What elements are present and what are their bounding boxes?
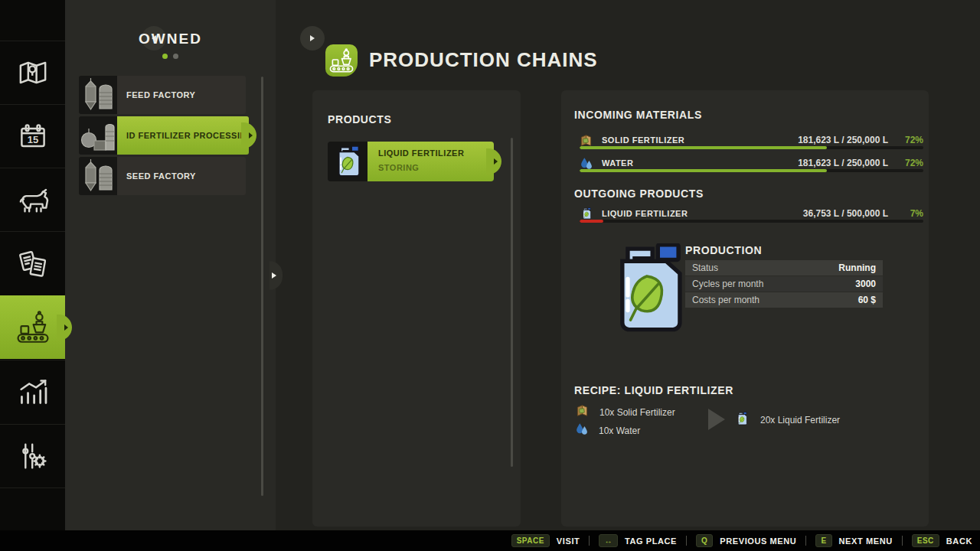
products-scrollbar[interactable]: [511, 138, 513, 467]
next-menu-action[interactable]: E NEXT MENU: [815, 534, 892, 547]
factory-list-item[interactable]: FEED FACTORY: [79, 76, 246, 114]
svg-text:15: 15: [27, 134, 38, 145]
tab-key: ↔: [599, 534, 618, 547]
factory-label: ID FERTILIZER PROCESSING FA: [117, 116, 249, 155]
silo-factory-thumb-icon: [79, 76, 117, 114]
next-page-button[interactable]: [300, 26, 325, 51]
products-panel: PRODUCTS LIQUID FERTILIZER STORING: [312, 90, 521, 527]
production-chains-icon: [16, 311, 50, 344]
factory-list: FEED FACTORY ID FERTILIZER PROCESSING FA…: [79, 76, 246, 197]
water-drops-icon: [580, 157, 593, 170]
row-value: 3000: [855, 279, 876, 289]
q-key: Q: [696, 534, 713, 547]
recipe-output-row: 20x Liquid Fertilizer: [736, 412, 840, 429]
row-label: Cycles per month: [692, 279, 855, 289]
products-heading: PRODUCTS: [328, 113, 391, 126]
production-chains-header-icon: [325, 44, 358, 77]
material-amount: 36,753 L / 500,000 L: [803, 208, 888, 219]
row-label: Costs per month: [692, 295, 858, 305]
sidebar-item-map[interactable]: [0, 41, 65, 104]
water-drops-icon: [576, 422, 588, 439]
progress-fill: [580, 146, 827, 149]
production-heading: PRODUCTION: [685, 244, 762, 256]
back-action[interactable]: ESC BACK: [912, 534, 972, 547]
visit-action[interactable]: SPACE VISIT: [511, 534, 580, 547]
factory-list-item-selected[interactable]: ID FERTILIZER PROCESSING FA: [79, 116, 249, 155]
statistics-icon: [17, 376, 49, 408]
fertilizer-bag-icon: [576, 404, 589, 420]
production-info-table: Status Running Cycles per month 3000 Cos…: [685, 260, 883, 308]
page-title: PRODUCTION CHAINS: [369, 48, 598, 72]
divider: [902, 536, 903, 546]
material-percent: 7%: [888, 208, 923, 219]
sidebar-item-production-chains[interactable]: [0, 295, 65, 359]
selected-item-notch: [241, 122, 256, 148]
divider: [805, 536, 806, 546]
product-body: LIQUID FERTILIZER STORING: [368, 142, 494, 181]
sidebar-item-calendar[interactable]: 15: [0, 104, 65, 168]
sidebar-item-statistics[interactable]: [0, 360, 65, 423]
production-chains-screen: 15: [0, 0, 980, 551]
factory-list-scrollbar[interactable]: [261, 77, 263, 496]
factory-label: FEED FACTORY: [117, 76, 246, 114]
material-name: LIQUID FERTILIZER: [602, 209, 803, 218]
main-menu-sidebar: 15: [0, 0, 65, 551]
material-row: LIQUID FERTILIZER 36,753 L / 500,000 L 7…: [580, 206, 923, 221]
product-name: LIQUID FERTILIZER: [378, 148, 494, 158]
material-percent: 72%: [888, 158, 923, 168]
sidebar-item-animals[interactable]: [0, 168, 65, 231]
animals-icon: [17, 184, 49, 216]
liquid-fertilizer-jug-icon: [736, 412, 748, 429]
e-key: E: [815, 534, 831, 547]
selected-tab-arrow-icon: [64, 324, 68, 331]
fertilizer-factory-thumb-icon: [79, 116, 117, 155]
page-dots: [65, 54, 276, 59]
arrow-right-icon: [494, 158, 498, 165]
factory-list-item[interactable]: SEED FACTORY: [79, 157, 246, 195]
progress-bar: [580, 146, 923, 149]
factory-label: SEED FACTORY: [117, 157, 246, 195]
esc-key: ESC: [912, 534, 939, 547]
table-row: Costs per month 60 $: [685, 292, 883, 308]
map-icon: [18, 57, 48, 88]
action-label: NEXT MENU: [839, 536, 893, 546]
recipe-arrow-icon: [708, 409, 725, 430]
material-name: SOLID FERTILIZER: [602, 135, 798, 145]
product-list-item-selected[interactable]: LIQUID FERTILIZER STORING: [328, 142, 494, 181]
action-label: TAG PLACE: [625, 536, 677, 546]
progress-bar: [580, 220, 923, 223]
settings-icon: [17, 440, 49, 472]
row-label: Status: [692, 262, 838, 273]
recipe-input-text: 10x Solid Fertilizer: [599, 407, 675, 418]
keybind-bottom-bar: SPACE VISIT ↔ TAG PLACE Q PREVIOUS MENU …: [0, 530, 980, 551]
panel-expand-handle[interactable]: [270, 261, 283, 290]
arrow-right-icon: [272, 272, 276, 279]
calendar-icon: 15: [18, 121, 48, 152]
liquid-fertilizer-jug-icon: [580, 207, 593, 220]
action-label: VISIT: [557, 536, 580, 546]
page-dot-inactive: [173, 54, 178, 59]
liquid-fertilizer-jug-icon: [328, 142, 368, 181]
material-amount: 181,623 L / 250,000 L: [798, 135, 888, 145]
progress-bar: [580, 169, 923, 172]
sidebar-item-settings[interactable]: [0, 424, 65, 487]
action-label: PREVIOUS MENU: [720, 536, 796, 546]
owned-factories-panel: OWNED FEED FACTORY ID FERTILIZER PROCESS…: [65, 0, 276, 530]
contracts-icon: [17, 248, 49, 280]
material-row: WATER 181,623 L / 250,000 L 72%: [580, 155, 923, 171]
liquid-fertilizer-product-image: [606, 243, 688, 337]
arrow-right-icon: [249, 132, 253, 139]
table-row: Status Running: [685, 260, 883, 276]
tag-place-action[interactable]: ↔ TAG PLACE: [599, 534, 677, 547]
recipe-input-row: 10x Water: [576, 422, 640, 439]
previous-menu-action[interactable]: Q PREVIOUS MENU: [696, 534, 796, 547]
silo-factory-thumb-icon: [79, 157, 117, 195]
material-percent: 72%: [888, 135, 923, 145]
page-dot-active: [162, 54, 168, 59]
recipe-input-text: 10x Water: [599, 425, 640, 436]
sidebar-item-contracts[interactable]: [0, 231, 65, 295]
product-status: STORING: [378, 163, 494, 172]
material-amount: 181,623 L / 250,000 L: [798, 158, 888, 168]
material-row: SOLID FERTILIZER 181,623 L / 250,000 L 7…: [580, 132, 923, 148]
selected-item-notch: [486, 148, 501, 174]
